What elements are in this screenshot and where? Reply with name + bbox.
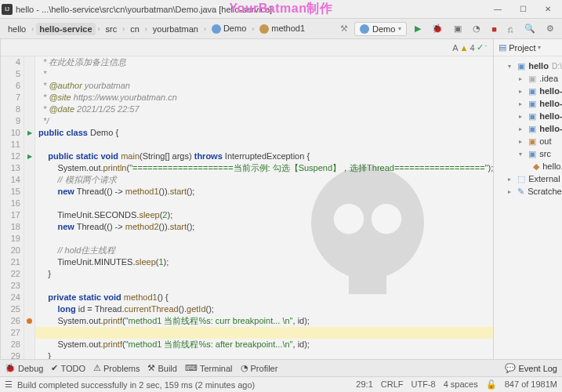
search-button[interactable]: 🔍 [521, 23, 538, 34]
gutter-slot[interactable] [24, 92, 34, 103]
code-line[interactable]: * 在此处添加备注信息 [38, 56, 493, 68]
gutter-slot[interactable] [24, 292, 34, 303]
debug-button[interactable]: 🐞 [429, 23, 446, 34]
tree-item[interactable]: ▸▣hello-client [497, 85, 562, 97]
tree-item[interactable]: ▸⬚External Libraries [497, 172, 562, 185]
gutter-slot[interactable] [24, 280, 34, 292]
gutter-slot[interactable] [24, 209, 34, 221]
code-line[interactable]: } [38, 350, 493, 359]
line-number[interactable]: 13 [1, 162, 20, 174]
run-gutter-icon[interactable]: ▶ [27, 127, 32, 139]
window-minimize-button[interactable]: — [485, 2, 510, 17]
gutter-slot[interactable] [24, 56, 34, 68]
breadcrumb-item[interactable]: yourbatman [150, 23, 201, 35]
tree-item[interactable]: ▸▣out [497, 135, 562, 147]
line-number[interactable]: 24 [1, 292, 20, 303]
line-number[interactable]: 5 [1, 68, 20, 80]
line-number[interactable]: 21 [1, 256, 20, 268]
code-line[interactable] [38, 233, 493, 245]
gutter-slot[interactable] [24, 115, 34, 127]
icon-gutter[interactable]: ▶▶ [24, 56, 35, 359]
gutter-slot[interactable] [24, 303, 34, 315]
indent-setting[interactable]: 4 spaces [444, 379, 478, 390]
vcs-button[interactable]: ⎌ [505, 24, 517, 34]
toolwindow-build[interactable]: ⚒Build [147, 363, 176, 373]
code-line[interactable]: * @author yourbatman [38, 80, 493, 92]
line-number[interactable]: 29 [1, 350, 20, 359]
gutter-slot[interactable] [24, 256, 34, 268]
line-number[interactable]: 19 [1, 233, 20, 245]
code-line[interactable]: } [38, 268, 493, 280]
gutter-slot[interactable]: ▶ [24, 127, 34, 139]
gutter-slot[interactable] [24, 350, 34, 359]
line-gutter[interactable]: 4567891011121314151617181920212223242526… [1, 56, 24, 359]
run-gutter-icon[interactable]: ▶ [27, 151, 32, 162]
toolwindow-problems[interactable]: ⚠Problems [93, 363, 140, 373]
toolwindow-todo[interactable]: ✔TODO [51, 363, 85, 373]
gutter-slot[interactable] [24, 221, 34, 233]
line-number[interactable]: 26 [1, 315, 20, 327]
tree-item[interactable]: ▸▣.idea [497, 72, 562, 85]
code-line[interactable] [38, 139, 493, 151]
code-editor[interactable]: 4567891011121314151617181920212223242526… [1, 56, 493, 359]
line-number[interactable]: 22 [1, 268, 20, 280]
tree-item[interactable]: ▸✎Scratches and Consoles [497, 185, 562, 198]
code-line[interactable]: System.out.printf("method1 当前线程%s: after… [38, 339, 493, 350]
code-line[interactable] [38, 280, 493, 292]
gutter-slot[interactable] [24, 233, 34, 245]
code-line[interactable]: TimeUnit.SECONDS.sleep(2); [38, 209, 493, 221]
gutter-slot[interactable] [24, 162, 34, 174]
line-number[interactable]: 17 [1, 209, 20, 221]
gutter-slot[interactable] [24, 139, 34, 151]
line-number[interactable]: 28 [1, 339, 20, 350]
code-line[interactable]: private static void method1() { [38, 292, 493, 303]
breadcrumb[interactable]: hello›hello-service›src›cn›yourbatman›De… [5, 22, 308, 35]
window-close-button[interactable]: ✕ [535, 2, 560, 17]
gutter-slot[interactable] [24, 80, 34, 92]
code-line[interactable]: // 模拟两个请求 [38, 174, 493, 186]
line-ending[interactable]: CRLF [381, 379, 404, 390]
breadcrumb-item[interactable]: src [103, 23, 121, 35]
project-tree[interactable]: ▾▣hello D:\workspaces-work\test\hello▸▣.… [494, 56, 562, 359]
event-log-button[interactable]: 💬 Event Log [505, 363, 557, 373]
gutter-slot[interactable] [24, 245, 34, 256]
tree-item[interactable]: ▾▣src [497, 147, 562, 160]
line-number[interactable]: 15 [1, 186, 20, 198]
caret-position[interactable]: 29:1 [356, 379, 372, 390]
line-number[interactable]: 7 [1, 92, 20, 103]
run-config-selector[interactable]: Demo ▾ [354, 22, 407, 36]
line-number[interactable]: 14 [1, 174, 20, 186]
profiler-button[interactable]: ◔ [470, 23, 484, 34]
gutter-slot[interactable] [24, 339, 34, 350]
gutter-slot[interactable] [24, 315, 34, 327]
window-maximize-button[interactable]: ☐ [510, 2, 535, 17]
tree-item[interactable]: ▸▣hello-persistence [497, 110, 562, 122]
line-number[interactable]: 27 [1, 327, 20, 339]
code-line[interactable]: * @site https://www.yourbatman.cn [38, 92, 493, 103]
breadcrumb-item[interactable]: Demo [208, 22, 249, 35]
code-line[interactable]: long id = Thread.currentThread().getId()… [38, 303, 493, 315]
code-line[interactable]: * @date 2021/1/25 22:57 [38, 103, 493, 115]
tree-item[interactable]: ◆hello.iml 2021/1/25 6:55, 838 B 2021/1/… [497, 160, 562, 172]
file-encoding[interactable]: UTF-8 [412, 379, 436, 390]
line-number[interactable]: 11 [1, 139, 20, 151]
code-line[interactable] [38, 198, 493, 209]
code-line[interactable]: // hold住主线程 [38, 245, 493, 256]
line-number[interactable]: 20 [1, 245, 20, 256]
breadcrumb-item[interactable]: cn [127, 23, 143, 35]
inspection-widget[interactable]: A ▲ 4 ✓ ˇ [452, 42, 487, 53]
gutter-slot[interactable] [24, 186, 34, 198]
gutter-slot[interactable] [24, 327, 34, 339]
code-line[interactable]: TimeUnit.MINUTES.sleep(1); [38, 256, 493, 268]
toolwindow-debug[interactable]: 🐞Debug [5, 363, 43, 373]
breadcrumb-item[interactable]: hello [5, 23, 29, 35]
tree-root[interactable]: ▾▣hello D:\workspaces-work\test\hello [497, 60, 562, 72]
code-area[interactable]: * 在此处添加备注信息 * * @author yourbatman * @si… [35, 56, 493, 359]
gutter-slot[interactable] [24, 268, 34, 280]
run-button[interactable]: ▶ [412, 23, 424, 34]
gutter-slot[interactable] [24, 103, 34, 115]
line-number[interactable]: 10 [1, 127, 20, 139]
code-line[interactable]: new Thread(() -> method2()).start(); [38, 221, 493, 233]
line-number[interactable]: 25 [1, 303, 20, 315]
code-line[interactable]: System.out.printf("method1 当前线程%s: curr … [38, 315, 493, 327]
